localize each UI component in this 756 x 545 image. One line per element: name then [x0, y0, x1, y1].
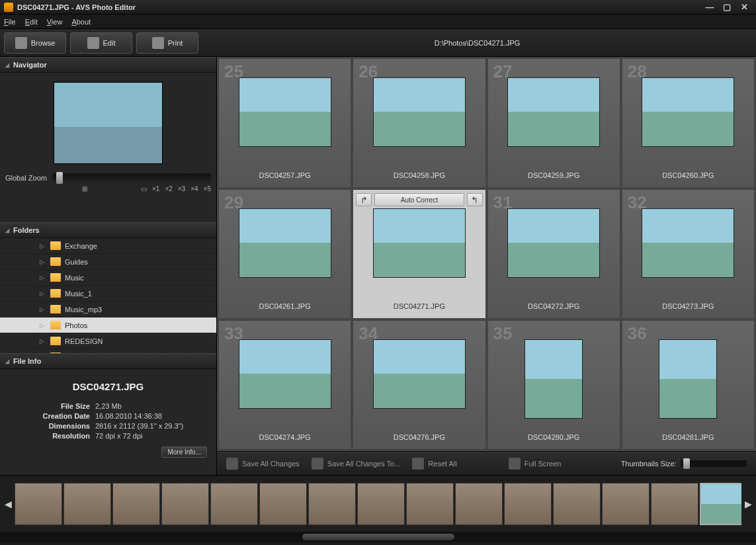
cell-number: 25 [224, 62, 243, 82]
print-button[interactable]: Print [136, 32, 198, 54]
expand-icon: ▷ [40, 290, 46, 297]
fileinfo-header[interactable]: File Info [0, 353, 216, 369]
folder-icon [50, 321, 61, 329]
browse-button[interactable]: Browse [4, 32, 66, 54]
filmstrip-thumb[interactable] [602, 483, 650, 525]
zoom-mark[interactable]: ⊞ [82, 185, 87, 192]
full-screen-button[interactable]: Full Screen [509, 458, 562, 470]
folder-item[interactable]: ▷Guides [0, 254, 216, 270]
thumbnail-cell[interactable]: 35DSC04280.JPG [487, 320, 620, 450]
zoom-mark[interactable]: ×2 [165, 185, 172, 192]
filmstrip-thumb[interactable] [406, 483, 454, 525]
thumbnail-image [239, 339, 331, 409]
folder-item[interactable]: ▷Photos [0, 317, 216, 333]
cell-number: 31 [493, 192, 513, 213]
thumbnail-cell[interactable]: 33DSC04274.JPG [218, 320, 351, 450]
thumbnail-cell[interactable]: 34DSC04276.JPG [353, 320, 485, 450]
folder-item[interactable]: ▷REDESIGN [0, 333, 216, 349]
zoom-mark[interactable]: ▭ [141, 185, 147, 192]
filmstrip-scrollbar[interactable] [0, 532, 756, 542]
thumbnail-cell[interactable]: 28DSC04260.JPG [622, 58, 755, 188]
folder-item[interactable]: ▷Music [0, 270, 216, 286]
grid-toolbar: Save All Changes Save All Changes To... … [217, 451, 756, 475]
thumbnail-filename: DSC04273.JPG [662, 302, 714, 310]
folder-icon [50, 289, 61, 298]
rotate-right-button[interactable]: ↱ [356, 193, 372, 206]
filmstrip-thumb[interactable] [504, 483, 552, 525]
expand-icon: ▷ [40, 306, 46, 313]
filmstrip-thumb[interactable] [210, 483, 258, 525]
save-all-to-button[interactable]: Save All Changes To... [312, 458, 400, 470]
zoom-mark[interactable]: ×3 [178, 185, 185, 192]
zoom-mark[interactable]: ×5 [204, 185, 211, 192]
filmstrip-thumb[interactable] [455, 483, 503, 525]
menu-view[interactable]: View [47, 18, 63, 26]
thumbnail-image [239, 208, 331, 278]
filmstrip-thumb[interactable] [553, 483, 601, 525]
filmstrip-thumb[interactable] [700, 483, 741, 525]
folder-item[interactable]: ▷Music_mp3 [0, 302, 216, 317]
thumbnail-image [507, 77, 600, 147]
fileinfo-key: File Size [9, 401, 95, 411]
thumbnail-cell[interactable]: 31DSC04272.JPG [487, 189, 620, 319]
close-button[interactable]: ✕ [736, 3, 752, 12]
navigator-header[interactable]: Navigator [0, 57, 216, 73]
menu-edit[interactable]: Edit [25, 18, 38, 26]
folder-item[interactable]: ▷Music_1 [0, 286, 216, 302]
filmstrip-prev-button[interactable]: ◀ [3, 481, 13, 527]
thumbnail-cell[interactable]: 36DSC04281.JPG [622, 320, 755, 450]
cell-number: 33 [224, 323, 243, 344]
cell-number: 26 [358, 62, 378, 82]
folder-name: Music_1 [65, 290, 92, 298]
fullscreen-icon [509, 458, 521, 470]
zoom-mark[interactable]: ×4 [190, 185, 198, 192]
filmstrip-thumb[interactable] [15, 483, 62, 525]
filmstrip-thumb[interactable] [357, 483, 405, 525]
folder-icon [50, 273, 61, 282]
zoom-mark[interactable]: ×1 [152, 185, 159, 192]
thumbnail-cell[interactable]: 25DSC04257.JPG [218, 58, 351, 188]
filmstrip-thumb[interactable] [259, 483, 307, 525]
more-info-button[interactable]: More Info... [161, 446, 207, 458]
filmstrip-thumb[interactable] [308, 483, 356, 525]
folder-name: Exchange [65, 242, 97, 250]
minimize-button[interactable]: — [702, 3, 718, 12]
folders-header[interactable]: Folders [0, 222, 216, 238]
filmstrip-thumb[interactable] [651, 483, 698, 525]
fileinfo-key: Creation Date [9, 411, 95, 421]
menu-about[interactable]: About [71, 18, 91, 26]
cell-number: 36 [628, 323, 647, 344]
filmstrip-thumb[interactable] [161, 483, 209, 525]
folder-item[interactable]: ▷Exchange [0, 238, 216, 254]
thumbnail-filename: DSC04259.JPG [528, 171, 579, 179]
zoom-slider[interactable] [52, 173, 211, 183]
expand-icon: ▷ [40, 259, 46, 265]
thumbnail-cell[interactable]: 32DSC04273.JPG [622, 189, 755, 319]
filmstrip-thumb[interactable] [112, 483, 160, 525]
edit-button[interactable]: Edit [70, 32, 132, 54]
thumbnail-image [659, 339, 717, 419]
thumbnail-image [507, 208, 600, 278]
auto-correct-button[interactable]: Auto Correct [374, 193, 464, 206]
rotate-left-button[interactable]: ↰ [467, 193, 483, 206]
save-all-button[interactable]: Save All Changes [226, 458, 300, 470]
thumbnail-cell[interactable]: 29DSC04261.JPG [218, 189, 351, 319]
filmstrip-thumb[interactable] [63, 483, 111, 525]
thumbnail-cell[interactable]: 26DSC04258.JPG [353, 58, 485, 188]
thumbnail-cell[interactable]: 27DSC04259.JPG [487, 58, 620, 188]
filmstrip-scroll-thumb[interactable] [302, 534, 454, 540]
reset-all-button[interactable]: Reset All [412, 458, 456, 470]
thumbnail-cell[interactable]: ↱Auto Correct↰DSC04271.JPG [353, 189, 485, 319]
navigator-preview[interactable] [54, 82, 163, 164]
thumbnail-filename: DSC04257.JPG [259, 171, 310, 179]
menu-file[interactable]: File [4, 18, 16, 26]
thumbnail-filename: DSC04272.JPG [528, 302, 579, 310]
filmstrip-next-button[interactable]: ▶ [743, 481, 753, 527]
folder-icon [50, 337, 61, 345]
maximize-button[interactable]: ▢ [719, 3, 735, 12]
zoom-label: Global Zoom [5, 174, 47, 182]
fileinfo-panel: DSC04271.JPG File Size2,23 MbCreation Da… [0, 369, 216, 475]
save-icon [226, 458, 238, 470]
thumb-size-slider[interactable] [681, 460, 747, 467]
path-display: D:\Photos\DSC04271.JPG [202, 39, 752, 47]
